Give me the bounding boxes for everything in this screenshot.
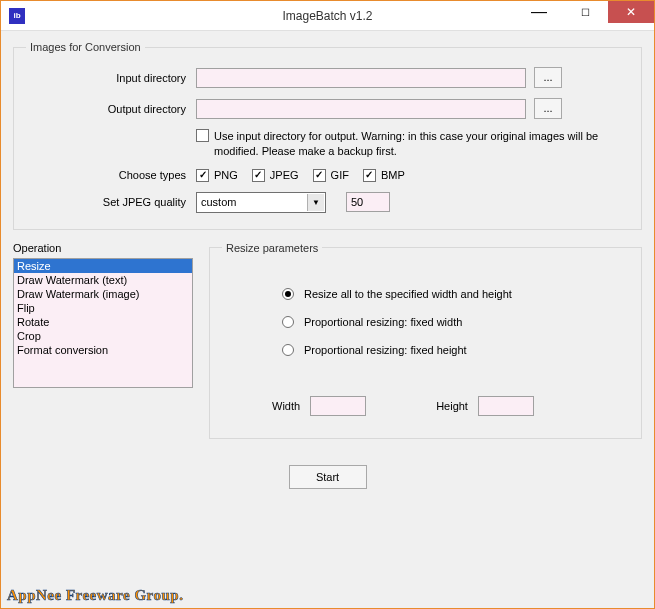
type-png: PNG [196,169,238,182]
type-bmp-label: BMP [381,169,405,181]
resize-parameters-legend: Resize parameters [222,242,322,254]
choose-types-row: Choose types PNGJPEGGIFBMP [26,169,629,182]
app-icon: ib [9,8,25,24]
maximize-button[interactable]: ☐ [562,1,608,23]
type-gif: GIF [313,169,349,182]
height-field[interactable] [478,396,534,416]
operation-item[interactable]: Crop [14,329,192,343]
operation-item[interactable]: Draw Watermark (text) [14,273,192,287]
input-directory-field[interactable] [196,68,526,88]
jpeg-quality-select[interactable]: custom ▼ [196,192,326,213]
operation-legend: Operation [13,242,193,254]
jpeg-quality-select-value: custom [201,196,236,208]
output-directory-label: Output directory [26,103,196,115]
input-directory-browse-button[interactable]: ... [534,67,562,88]
window-controls: ― ☐ ✕ [516,1,654,30]
type-png-checkbox[interactable] [196,169,209,182]
app-window: ib ImageBatch v1.2 ― ☐ ✕ Images for Conv… [0,0,655,609]
jpeg-quality-row: Set JPEG quality custom ▼ [26,192,629,213]
output-directory-browse-button[interactable]: ... [534,98,562,119]
watermark-text: AppNee Freeware Group. [7,587,183,604]
resize-mode-label: Proportional resizing: fixed height [304,344,467,356]
jpeg-quality-label: Set JPEG quality [26,196,196,208]
use-input-dir-text: Use input directory for output. Warning:… [214,129,614,159]
operation-item[interactable]: Resize [14,259,192,273]
type-bmp-checkbox[interactable] [363,169,376,182]
types-container: PNGJPEGGIFBMP [196,169,405,182]
images-for-conversion-group: Images for Conversion Input directory ..… [13,41,642,230]
width-label: Width [272,400,300,412]
operation-list[interactable]: ResizeDraw Watermark (text)Draw Watermar… [13,258,193,388]
radio-icon [282,288,294,300]
operation-item[interactable]: Rotate [14,315,192,329]
use-input-dir-checkbox[interactable] [196,129,209,142]
resize-mode-radios: Resize all to the specified width and he… [222,268,629,382]
resize-mode-option[interactable]: Resize all to the specified width and he… [282,288,629,300]
operation-item[interactable]: Draw Watermark (image) [14,287,192,301]
type-jpeg: JPEG [252,169,299,182]
output-directory-field[interactable] [196,99,526,119]
resize-mode-label: Resize all to the specified width and he… [304,288,512,300]
resize-mode-option[interactable]: Proportional resizing: fixed height [282,344,629,356]
input-directory-row: Input directory ... [26,67,629,88]
operation-item[interactable]: Format conversion [14,343,192,357]
resize-mode-option[interactable]: Proportional resizing: fixed width [282,316,629,328]
start-button[interactable]: Start [289,465,367,489]
images-group-legend: Images for Conversion [26,41,145,53]
minimize-button[interactable]: ― [516,1,562,23]
resize-parameters-group: Resize parameters Resize all to the spec… [209,242,642,439]
radio-icon [282,344,294,356]
close-button[interactable]: ✕ [608,1,654,23]
operation-box: Operation ResizeDraw Watermark (text)Dra… [13,242,193,388]
type-jpeg-label: JPEG [270,169,299,181]
chevron-down-icon: ▼ [307,194,324,211]
input-directory-label: Input directory [26,72,196,84]
operation-item[interactable]: Flip [14,301,192,315]
resize-mode-label: Proportional resizing: fixed width [304,316,462,328]
jpeg-quality-value-field[interactable] [346,192,390,212]
use-input-dir-row: Use input directory for output. Warning:… [26,129,629,159]
type-gif-label: GIF [331,169,349,181]
width-field[interactable] [310,396,366,416]
titlebar: ib ImageBatch v1.2 ― ☐ ✕ [1,1,654,31]
type-jpeg-checkbox[interactable] [252,169,265,182]
client-area: Images for Conversion Input directory ..… [1,31,654,608]
height-label: Height [436,400,468,412]
radio-icon [282,316,294,328]
type-png-label: PNG [214,169,238,181]
lower-area: Operation ResizeDraw Watermark (text)Dra… [13,242,642,451]
width-height-row: Width Height [222,382,629,426]
output-directory-row: Output directory ... [26,98,629,119]
type-gif-checkbox[interactable] [313,169,326,182]
type-bmp: BMP [363,169,405,182]
choose-types-label: Choose types [26,169,196,181]
